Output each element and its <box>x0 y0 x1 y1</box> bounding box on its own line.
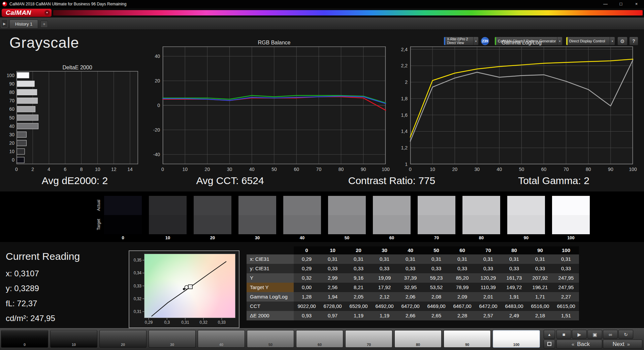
pattern-level-button-70[interactable]: 70 <box>345 330 392 348</box>
svg-text:2,4: 2,4 <box>401 47 408 52</box>
table-cell: 0,31 <box>397 254 423 264</box>
pattern-level-button-10[interactable]: 10 <box>50 330 97 348</box>
pattern-level-button-80[interactable]: 80 <box>394 330 442 348</box>
svg-text:10: 10 <box>9 149 14 154</box>
table-header-cell: 70 <box>475 246 501 254</box>
svg-text:0,32: 0,32 <box>199 320 207 325</box>
table-cell: 0,31 <box>372 254 397 264</box>
table-cell: 17,92 <box>372 283 397 292</box>
table-cell: 2,56 <box>320 283 346 292</box>
swatch-actual <box>462 196 500 215</box>
table-cell: 0,33 <box>372 264 397 273</box>
add-tab-button[interactable]: + <box>40 21 48 28</box>
swatch-actual <box>552 196 590 215</box>
logo-menu-caret-icon[interactable]: ▼ <box>44 10 50 15</box>
swatch-target <box>238 215 276 234</box>
table-cell: 2,08 <box>423 292 449 302</box>
pattern-level-label: 90 <box>444 343 490 347</box>
table-cell: 1,28 <box>294 292 320 302</box>
refresh-button[interactable]: ↻ <box>618 330 633 339</box>
table-row-label: CCT <box>247 302 294 311</box>
pattern-level-button-50[interactable]: 50 <box>247 330 294 348</box>
swatch-level-label: 20 <box>194 235 231 240</box>
pattern-level-button-0[interactable]: 0 <box>1 330 48 348</box>
table-cell: 0,33 <box>553 264 579 273</box>
play-button[interactable]: ▶ <box>572 330 587 339</box>
minimize-button[interactable]: — <box>598 0 613 8</box>
swatch-actual <box>149 196 187 215</box>
table-cell: 0,31 <box>475 254 501 264</box>
table-cell: 0,00 <box>294 283 320 292</box>
svg-text:60: 60 <box>541 167 547 172</box>
tab-history-1[interactable]: History 1 <box>9 20 38 29</box>
next-button[interactable]: Next » <box>603 340 642 349</box>
svg-text:10: 10 <box>95 167 100 172</box>
table-cell: 2,99 <box>320 273 346 283</box>
expand-sidebar-icon[interactable]: ▶ <box>1 19 8 28</box>
svg-text:60: 60 <box>9 106 14 112</box>
pattern-level-button-60[interactable]: 60 <box>296 330 343 348</box>
swatch-0: 0 <box>104 196 142 240</box>
table-cell: 2,49 <box>501 311 527 320</box>
pattern-level-label: 80 <box>395 343 441 347</box>
stop-button[interactable]: ■ <box>556 330 571 339</box>
swatch-target <box>552 215 590 234</box>
table-header-cell: 90 <box>527 246 553 254</box>
table-cell: 0,31 <box>553 254 579 264</box>
single-read-button[interactable]: ▣ <box>587 330 602 339</box>
table-cell: 37,39 <box>397 273 423 283</box>
continuous-read-button[interactable]: ∞ <box>603 330 618 339</box>
close-button[interactable]: × <box>629 0 644 8</box>
deltae-chart-title: DeltaE 2000 <box>17 65 138 71</box>
collapse-toolbar-button[interactable]: ▲ <box>544 330 555 339</box>
pattern-toolbar: 0102030405060708090100 ▲ ■ ▶ ▣ ∞ ↻ « Bac… <box>0 328 644 350</box>
svg-text:10: 10 <box>182 167 188 172</box>
svg-text:0: 0 <box>409 167 412 172</box>
swatch-target <box>328 215 366 234</box>
svg-text:50: 50 <box>519 167 524 172</box>
swatch-level-label: 10 <box>149 235 187 240</box>
actual-row-label: Actual <box>96 200 101 211</box>
reading-y: y: 0,3289 <box>6 284 39 293</box>
pattern-level-label: 10 <box>51 343 97 347</box>
table-cell: 2,01 <box>475 292 501 302</box>
back-button[interactable]: « Back <box>556 340 602 349</box>
pattern-level-button-30[interactable]: 30 <box>149 330 196 348</box>
svg-text:0: 0 <box>161 167 164 172</box>
table-row-label: Y <box>247 273 294 283</box>
svg-text:0,34: 0,34 <box>134 271 142 275</box>
maximize-button[interactable]: □ <box>613 0 629 8</box>
table-cell: 9,16 <box>346 273 372 283</box>
pattern-level-button-100[interactable]: 100 <box>493 330 540 348</box>
pattern-level-button-40[interactable]: 40 <box>198 330 245 348</box>
table-row-label: Gamma Log/Log <box>247 292 294 302</box>
pattern-level-buttons: 0102030405060708090100 <box>1 330 540 348</box>
table-cell: 6483,00 <box>501 302 527 311</box>
svg-text:0,33: 0,33 <box>134 284 142 288</box>
window-title: CalMAN 2018 CalMAN Ultimate for Business… <box>9 2 126 6</box>
table-cell: 0,97 <box>320 311 346 320</box>
pattern-window-icon: ▣ <box>592 332 597 337</box>
avg-cct-readout: Avg CCT: 6524 <box>196 175 264 186</box>
stop-icon: ■ <box>562 332 565 337</box>
table-cell: 0,33 <box>501 264 527 273</box>
pattern-window-button[interactable] <box>544 340 555 349</box>
svg-text:70: 70 <box>9 98 14 103</box>
pattern-level-label: 100 <box>493 343 540 347</box>
table-cell: 207,92 <box>527 273 553 283</box>
pattern-level-button-90[interactable]: 90 <box>444 330 491 348</box>
svg-text:8: 8 <box>80 167 83 172</box>
pattern-level-label: 70 <box>346 343 392 347</box>
svg-text:50: 50 <box>271 167 277 172</box>
table-row-label: x: CIE31 <box>247 254 294 264</box>
svg-text:1,8: 1,8 <box>401 96 408 101</box>
table-cell: 0,29 <box>294 264 320 273</box>
svg-text:40: 40 <box>497 167 502 172</box>
table-cell: 2,27 <box>553 292 579 302</box>
svg-text:80: 80 <box>586 167 591 172</box>
table-cell: 0,31 <box>423 254 449 264</box>
pattern-level-button-20[interactable]: 20 <box>99 330 147 348</box>
table-cell: 0,31 <box>527 254 553 264</box>
current-reading-title: Current Reading <box>6 251 80 262</box>
svg-text:20: 20 <box>205 167 210 172</box>
